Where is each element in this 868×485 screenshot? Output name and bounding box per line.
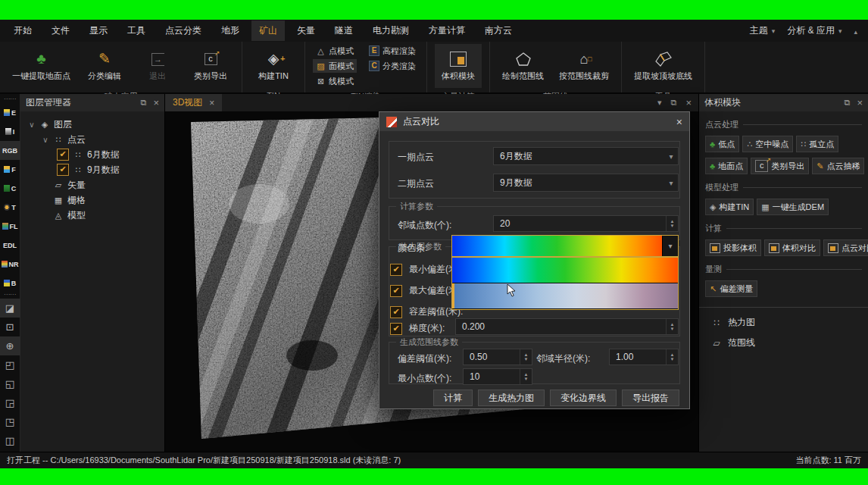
tree-node-vector[interactable]: ▱ 矢量	[23, 177, 161, 192]
colorbar-dropdown-icon[interactable]	[662, 236, 678, 256]
render-classification-button[interactable]: C	[0, 179, 20, 198]
menu-item-start[interactable]: 开始	[6, 20, 39, 41]
phase2-combobox[interactable]: 9月数据	[493, 174, 679, 192]
render-time-button[interactable]: T	[0, 198, 20, 217]
pan-tool-button[interactable]: ⊕	[0, 336, 20, 355]
menu-item-mining[interactable]: 矿山	[251, 20, 285, 41]
dropdown-arrow-icon[interactable]	[664, 152, 678, 161]
generate-dem-button[interactable]: ▦一键生成DEM	[757, 199, 829, 215]
view-left-button[interactable]: ◲	[0, 393, 20, 412]
theme-menu[interactable]: 主题	[750, 24, 776, 37]
expander-icon[interactable]	[28, 120, 36, 129]
gradient-checkbox[interactable]	[390, 323, 402, 335]
close-view-icon[interactable]	[685, 97, 692, 108]
visibility-checkbox[interactable]	[57, 164, 69, 176]
render-elevation-button[interactable]: E	[0, 103, 20, 122]
close-panel-icon[interactable]	[857, 97, 863, 108]
tolerance-checkbox[interactable]	[390, 306, 402, 318]
dialog-close-icon[interactable]: ×	[676, 116, 682, 128]
view-top-button[interactable]: ◰	[0, 355, 20, 374]
projection-volume-button[interactable]: 投影体积	[705, 239, 761, 256]
expander-icon[interactable]	[42, 136, 49, 144]
tree-node-layers[interactable]: ◈ 图层	[23, 117, 161, 132]
spinner-arrows-icon[interactable]	[666, 319, 678, 334]
tree-node-raster[interactable]: ▦ 栅格	[23, 192, 161, 208]
visibility-checkbox[interactable]	[57, 149, 69, 161]
thin-pointcloud-button[interactable]: ✎点云抽稀	[812, 158, 864, 174]
phase1-combobox[interactable]: 6月数据	[493, 147, 679, 165]
spinner-arrows-icon[interactable]	[520, 369, 532, 384]
low-points-button[interactable]: ♣低点	[705, 136, 739, 152]
pick-point-tool-button[interactable]: ⊡	[0, 318, 20, 336]
render-nr-button[interactable]: NR	[0, 255, 20, 274]
deviation-measure-button[interactable]: ↖偏差测量	[705, 280, 757, 297]
spinner-arrows-icon[interactable]	[520, 349, 532, 365]
calculate-button[interactable]: 计算	[433, 390, 473, 406]
view-right-button[interactable]: ◳	[0, 412, 20, 431]
neighbors-spinbox[interactable]: 20	[493, 215, 679, 232]
category-export-button[interactable]: c类别导出	[751, 158, 809, 174]
menu-item-file[interactable]: 文件	[44, 20, 77, 41]
isolated-points-button[interactable]: ∷孤立点	[796, 136, 838, 152]
menu-item-power-survey[interactable]: 电力勘测	[365, 20, 417, 41]
elevation-render-button[interactable]: E 高程渲染	[366, 44, 419, 58]
spinner-arrows-icon[interactable]	[666, 216, 678, 231]
export-report-button[interactable]: 导出报告	[622, 390, 679, 406]
tree-node-model[interactable]: ◬ 模型	[23, 208, 161, 223]
dropdown-arrow-icon[interactable]	[664, 179, 678, 187]
menu-item-pointcloud-classify[interactable]: 点云分类	[158, 20, 209, 41]
menu-item-tools[interactable]: 工具	[120, 20, 153, 41]
ribbon-collapse-icon[interactable]	[854, 26, 857, 36]
close-tab-icon[interactable]: ×	[209, 98, 214, 108]
change-boundary-button[interactable]: 变化边界线	[550, 390, 617, 406]
build-tin-button[interactable]: ◈ 构建TIN	[250, 44, 297, 88]
tab-list-dropdown-icon[interactable]: ▾	[657, 98, 662, 108]
min-deviation-checkbox[interactable]	[390, 264, 402, 276]
face-mode-button[interactable]: ▨ 面模式	[313, 59, 357, 73]
view-back-button[interactable]: ◫	[0, 431, 20, 450]
menu-item-volume-calc[interactable]: 方量计算	[421, 20, 473, 41]
menu-item-display[interactable]: 显示	[82, 20, 115, 41]
clip-by-boundary-button[interactable]: ⌂ 按范围线裁剪	[554, 44, 614, 88]
spinner-arrows-icon[interactable]	[666, 349, 678, 365]
ground-points-button[interactable]: ♣地面点	[705, 158, 748, 174]
tab-3d-view[interactable]: 3D视图 ×	[165, 94, 222, 111]
classification-edit-button[interactable]: ✎ 分类编辑	[81, 44, 128, 88]
render-fl-button[interactable]: FL	[0, 217, 20, 236]
draw-boundary-button[interactable]: 绘制范围线	[498, 44, 548, 88]
boundary-result-item[interactable]: ▱ 范围线	[711, 336, 868, 349]
extract-ground-points-button[interactable]: ♣ 一键提取地面点	[8, 44, 75, 88]
tree-node-june-data[interactable]: ∷ 6月数据	[23, 147, 161, 162]
menu-item-terrain[interactable]: 地形	[214, 20, 247, 41]
build-tin-button[interactable]: ◈构建TIN	[705, 199, 754, 215]
pointcloud-compare-button[interactable]: 点云对比	[823, 239, 868, 256]
float-panel-icon[interactable]	[141, 98, 147, 108]
point-mode-button[interactable]: △ 点模式	[313, 44, 357, 58]
menu-item-south-cloud[interactable]: 南方云	[477, 20, 520, 41]
render-blend-button[interactable]: B	[0, 274, 20, 293]
volume-module-button[interactable]: 体积模块	[435, 44, 482, 88]
extract-slope-lines-button[interactable]: 提取坡顶坡底线	[629, 44, 697, 88]
volume-compare-button[interactable]: 体积对比	[764, 239, 820, 256]
heatmap-result-item[interactable]: ∷ 热力图	[711, 316, 868, 329]
classification-render-button[interactable]: C 分类渲染	[366, 59, 419, 73]
float-panel-icon[interactable]	[845, 98, 851, 108]
colorbar-option-muted[interactable]	[452, 283, 678, 308]
dialog-title-bar[interactable]: 点云对比 ×	[379, 112, 689, 131]
air-noise-button[interactable]: ∴空中噪点	[742, 136, 793, 152]
max-deviation-checkbox[interactable]	[390, 285, 402, 297]
min-points-spinbox[interactable]: 10	[463, 368, 532, 385]
render-intensity-button[interactable]: I	[0, 122, 20, 141]
colorbar-combobox[interactable]	[451, 235, 679, 257]
dev-threshold-spinbox[interactable]: 0.50	[463, 349, 532, 365]
fill-tool-button[interactable]: ◪	[0, 299, 20, 318]
tree-node-september-data[interactable]: ∷ 9月数据	[23, 162, 161, 177]
generate-heatmap-button[interactable]: 生成热力图	[478, 390, 545, 406]
tree-node-pointcloud[interactable]: ∷ 点云	[23, 132, 161, 147]
view-front-button[interactable]: ◱	[0, 374, 20, 393]
radius-spinbox[interactable]: 1.00	[609, 349, 679, 365]
menu-item-tunnel[interactable]: 隧道	[327, 20, 361, 41]
edl-toggle-button[interactable]: EDL	[0, 236, 20, 255]
render-rgb-button[interactable]: RGB	[0, 141, 20, 160]
category-export-button[interactable]: c 类别导出	[187, 44, 234, 88]
